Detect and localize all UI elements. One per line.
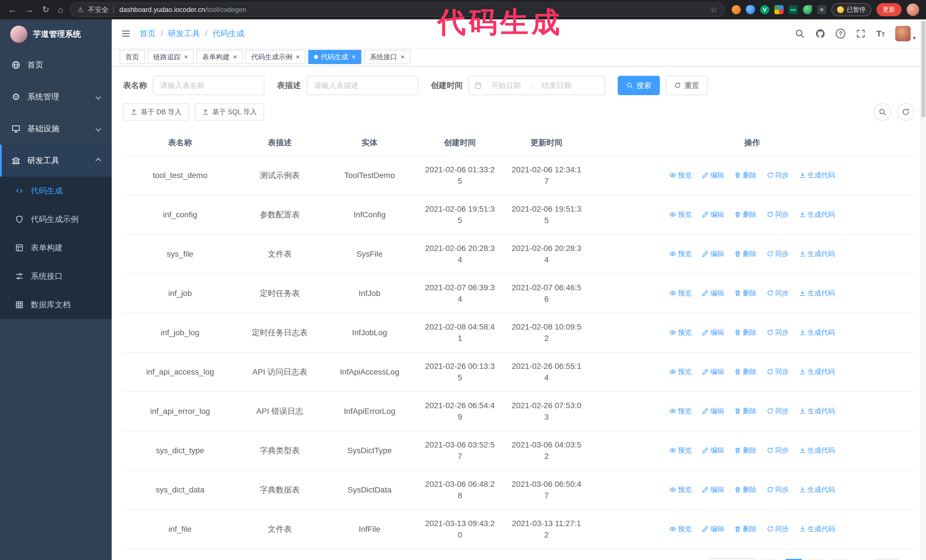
delete-link[interactable]: 删除 (734, 169, 757, 181)
extension-icon-2[interactable] (746, 5, 755, 14)
end-date-input[interactable] (535, 81, 578, 90)
edit-link[interactable]: 编辑 (702, 484, 724, 495)
back-icon[interactable]: ← (8, 5, 17, 14)
edit-link[interactable]: 编辑 (702, 169, 724, 181)
close-icon[interactable]: × (184, 53, 188, 61)
preview-link[interactable]: 预览 (669, 523, 691, 535)
tab-codegen[interactable]: 代码生成× (308, 50, 361, 64)
close-icon[interactable]: × (233, 53, 237, 61)
sync-link[interactable]: 同步 (767, 405, 789, 417)
delete-link[interactable]: 删除 (734, 484, 757, 495)
tab-codegen-example[interactable]: 代码生成示例× (246, 50, 306, 64)
delete-link[interactable]: 删除 (734, 327, 757, 338)
sync-link[interactable]: 同步 (767, 445, 789, 456)
sidebar-item-codegen-example[interactable]: 代码生成示例 (0, 205, 112, 234)
font-size-icon[interactable]: TT (876, 29, 885, 38)
generate-code-link[interactable]: 生成代码 (799, 248, 835, 260)
preview-link[interactable]: 预览 (669, 366, 691, 377)
generate-code-link[interactable]: 生成代码 (799, 327, 835, 338)
start-date-input[interactable] (484, 81, 528, 90)
fullscreen-icon[interactable] (856, 29, 866, 39)
sync-link[interactable]: 同步 (767, 366, 789, 377)
sync-link[interactable]: 同步 (767, 209, 789, 220)
edit-link[interactable]: 编辑 (702, 209, 724, 220)
help-icon[interactable]: ? (836, 29, 845, 38)
close-icon[interactable]: × (296, 53, 300, 61)
preview-link[interactable]: 预览 (669, 405, 691, 417)
page-scrollbar[interactable] (920, 20, 926, 560)
generate-code-link[interactable]: 生成代码 (799, 209, 835, 220)
edit-link[interactable]: 编辑 (702, 287, 724, 299)
edit-link[interactable]: 编辑 (702, 366, 724, 377)
sidebar-item-system-api[interactable]: 系统接口 (0, 262, 112, 291)
bookmark-star-icon[interactable]: ☆ (710, 5, 717, 15)
generate-code-link[interactable]: 生成代码 (799, 484, 835, 495)
logo[interactable]: 芋道管理系统 (0, 20, 112, 49)
search-icon[interactable] (794, 29, 805, 39)
forward-icon[interactable]: → (25, 5, 33, 14)
sidebar-item-dev-tools[interactable]: 研发工具 (0, 145, 112, 177)
close-icon[interactable]: × (401, 53, 405, 61)
preview-link[interactable]: 预览 (669, 169, 691, 181)
next-page-button[interactable]: › (831, 559, 848, 560)
sidebar-item-home[interactable]: 首页 (0, 49, 112, 81)
search-button[interactable]: 搜索 (618, 76, 660, 95)
home-icon[interactable]: ⌂ (58, 5, 63, 14)
delete-link[interactable]: 删除 (734, 405, 757, 417)
url-bar[interactable]: ⚠ 不安全 dashboard.yudao.iocoder.cn/tool/co… (70, 3, 725, 17)
table-desc-input[interactable] (307, 76, 418, 95)
page-button-1[interactable]: 1 (785, 559, 802, 560)
tab-trace[interactable]: 链路追踪× (148, 50, 194, 64)
breadcrumb-dev-tools[interactable]: 研发工具 (168, 28, 200, 39)
extension-icon-5[interactable] (789, 5, 798, 14)
sidebar-item-infrastructure[interactable]: 基础设施 (0, 113, 112, 145)
paused-badge[interactable]: 已暂停 (831, 3, 871, 16)
edit-link[interactable]: 编辑 (702, 445, 724, 456)
scrollbar-thumb[interactable] (921, 21, 925, 117)
generate-code-link[interactable]: 生成代码 (799, 169, 835, 181)
sync-link[interactable]: 同步 (767, 169, 789, 181)
extension-icon-3[interactable]: V (760, 5, 769, 14)
preview-link[interactable]: 预览 (669, 248, 691, 260)
breadcrumb-home[interactable]: 首页 (139, 28, 156, 39)
import-sql-button[interactable]: 基于 SQL 导入 (195, 103, 264, 121)
extension-icon-4[interactable] (775, 5, 784, 14)
sidebar-item-form-builder[interactable]: 表单构建 (0, 234, 112, 262)
delete-link[interactable]: 删除 (734, 209, 757, 220)
sidebar-item-codegen[interactable]: 代码生成 (0, 177, 112, 205)
import-db-button[interactable]: 基于 DB 导入 (123, 103, 189, 121)
toggle-search-button[interactable] (873, 103, 891, 121)
preview-link[interactable]: 预览 (669, 287, 691, 299)
preview-link[interactable]: 预览 (669, 327, 691, 338)
preview-link[interactable]: 预览 (669, 445, 691, 456)
preview-link[interactable]: 预览 (669, 209, 691, 220)
user-menu[interactable]: ▾ (895, 26, 916, 41)
sync-link[interactable]: 同步 (767, 484, 789, 495)
extension-icon-7[interactable] (817, 5, 826, 14)
browser-profile-avatar[interactable] (906, 3, 919, 16)
generate-code-link[interactable]: 生成代码 (799, 445, 835, 456)
reset-button[interactable]: 重置 (666, 76, 708, 95)
preview-link[interactable]: 预览 (669, 484, 691, 495)
generate-code-link[interactable]: 生成代码 (799, 366, 835, 377)
sync-link[interactable]: 同步 (767, 248, 789, 260)
edit-link[interactable]: 编辑 (702, 248, 724, 260)
sidebar-toggle-button[interactable] (121, 29, 131, 39)
delete-link[interactable]: 删除 (734, 248, 757, 260)
sidebar-item-system-management[interactable]: ⚙ 系统管理 (0, 81, 112, 113)
sidebar-item-db-docs[interactable]: 数据库文档 (0, 291, 112, 319)
tab-system-api[interactable]: 系统接口× (364, 50, 410, 64)
sync-link[interactable]: 同步 (767, 327, 789, 338)
delete-link[interactable]: 删除 (734, 287, 757, 299)
refresh-table-button[interactable] (897, 103, 915, 121)
reload-icon[interactable]: ↻ (42, 5, 49, 14)
tab-form-builder[interactable]: 表单构建× (197, 50, 243, 64)
sync-link[interactable]: 同步 (767, 523, 789, 535)
generate-code-link[interactable]: 生成代码 (799, 405, 835, 417)
close-icon[interactable]: × (352, 53, 356, 61)
edit-link[interactable]: 编辑 (702, 405, 724, 417)
date-range-picker[interactable]: - (468, 76, 605, 95)
prev-page-button[interactable]: ‹ (763, 559, 779, 560)
goto-page-input[interactable] (874, 559, 899, 560)
extension-icon-1[interactable] (732, 5, 741, 14)
